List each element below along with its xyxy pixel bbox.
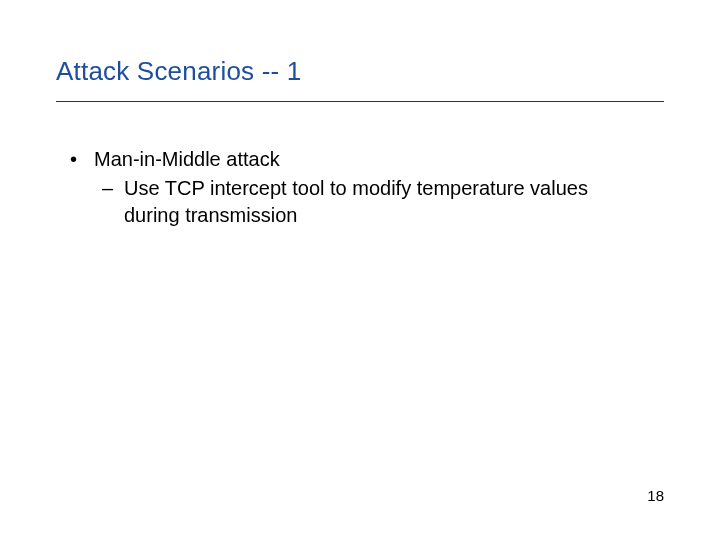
bullet-level-1: • Man-in-Middle attack	[66, 146, 664, 173]
bullet-level-2: – Use TCP intercept tool to modify tempe…	[102, 175, 664, 229]
slide-content: • Man-in-Middle attack – Use TCP interce…	[56, 146, 664, 229]
bullet-marker: –	[102, 175, 124, 229]
bullet-text: Use TCP intercept tool to modify tempera…	[124, 175, 664, 229]
slide-title: Attack Scenarios -- 1	[56, 56, 664, 102]
page-number: 18	[647, 487, 664, 504]
slide: Attack Scenarios -- 1 • Man-in-Middle at…	[0, 0, 720, 540]
bullet-marker: •	[66, 146, 94, 173]
bullet-text: Man-in-Middle attack	[94, 146, 664, 173]
